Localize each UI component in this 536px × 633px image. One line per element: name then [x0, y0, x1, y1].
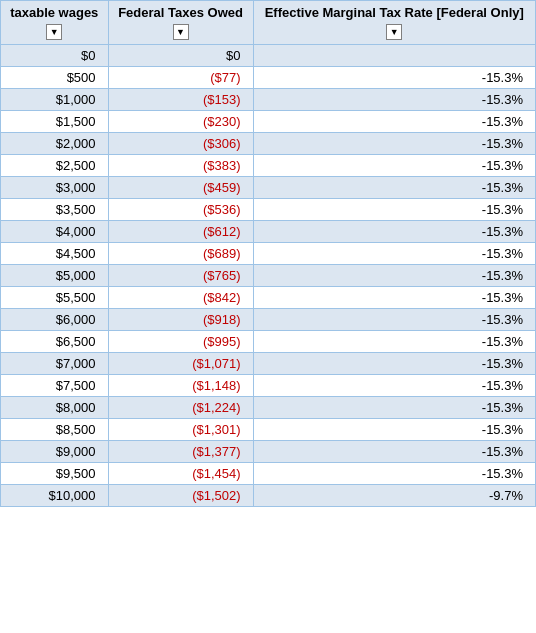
cell-wages: $9,500 [1, 463, 109, 485]
header-taxable-wages-label: taxable wages [10, 5, 98, 20]
cell-taxes: ($765) [108, 265, 253, 287]
cell-taxes: ($77) [108, 67, 253, 89]
cell-wages: $1,000 [1, 89, 109, 111]
table-row: $1,500($230)-15.3% [1, 111, 536, 133]
cell-taxes: ($1,224) [108, 397, 253, 419]
cell-taxes: ($612) [108, 221, 253, 243]
cell-rate: -15.3% [253, 89, 535, 111]
filter-rate-button[interactable]: ▼ [386, 24, 402, 40]
cell-taxes: ($383) [108, 155, 253, 177]
cell-wages: $7,000 [1, 353, 109, 375]
table-row: $9,500($1,454)-15.3% [1, 463, 536, 485]
table-row: $500($77)-15.3% [1, 67, 536, 89]
cell-taxes: ($153) [108, 89, 253, 111]
cell-rate: -15.3% [253, 111, 535, 133]
table-row: $10,000($1,502)-9.7% [1, 485, 536, 507]
cell-taxes: ($1,301) [108, 419, 253, 441]
cell-rate: -15.3% [253, 397, 535, 419]
table-row: $6,500($995)-15.3% [1, 331, 536, 353]
header-federal-taxes-label: Federal Taxes Owed [118, 5, 243, 20]
filter-taxable-wages-button[interactable]: ▼ [46, 24, 62, 40]
cell-taxes: ($918) [108, 309, 253, 331]
table-row: $1,000($153)-15.3% [1, 89, 536, 111]
cell-rate: -9.7% [253, 485, 535, 507]
cell-rate: -15.3% [253, 133, 535, 155]
table-row: $4,000($612)-15.3% [1, 221, 536, 243]
table-row: $7,500($1,148)-15.3% [1, 375, 536, 397]
cell-rate: -15.3% [253, 331, 535, 353]
cell-rate [253, 45, 535, 67]
table-row: $5,500($842)-15.3% [1, 287, 536, 309]
cell-rate: -15.3% [253, 309, 535, 331]
table-row: $2,500($383)-15.3% [1, 155, 536, 177]
cell-wages: $1,500 [1, 111, 109, 133]
cell-taxes: ($536) [108, 199, 253, 221]
header-taxable-wages: taxable wages ▼ [1, 1, 109, 45]
cell-wages: $4,500 [1, 243, 109, 265]
header-effective-marginal-rate: Effective Marginal Tax Rate [Federal Onl… [253, 1, 535, 45]
table-row: $4,500($689)-15.3% [1, 243, 536, 265]
cell-wages: $7,500 [1, 375, 109, 397]
cell-taxes: ($1,454) [108, 463, 253, 485]
cell-wages: $5,500 [1, 287, 109, 309]
cell-wages: $3,500 [1, 199, 109, 221]
cell-taxes: ($842) [108, 287, 253, 309]
cell-rate: -15.3% [253, 441, 535, 463]
table-row: $5,000($765)-15.3% [1, 265, 536, 287]
cell-taxes: ($1,148) [108, 375, 253, 397]
cell-rate: -15.3% [253, 243, 535, 265]
cell-taxes: ($459) [108, 177, 253, 199]
header-rate-label: Effective Marginal Tax Rate [Federal Onl… [265, 5, 524, 20]
table-row: $9,000($1,377)-15.3% [1, 441, 536, 463]
cell-rate: -15.3% [253, 221, 535, 243]
table-row: $7,000($1,071)-15.3% [1, 353, 536, 375]
cell-rate: -15.3% [253, 375, 535, 397]
cell-wages: $2,000 [1, 133, 109, 155]
cell-taxes: ($230) [108, 111, 253, 133]
cell-wages: $8,500 [1, 419, 109, 441]
cell-rate: -15.3% [253, 463, 535, 485]
cell-taxes: ($1,377) [108, 441, 253, 463]
table-row: $8,000($1,224)-15.3% [1, 397, 536, 419]
table-row: $8,500($1,301)-15.3% [1, 419, 536, 441]
table-row: $3,500($536)-15.3% [1, 199, 536, 221]
cell-rate: -15.3% [253, 419, 535, 441]
cell-taxes: $0 [108, 45, 253, 67]
cell-rate: -15.3% [253, 67, 535, 89]
cell-wages: $0 [1, 45, 109, 67]
cell-wages: $5,000 [1, 265, 109, 287]
cell-wages: $2,500 [1, 155, 109, 177]
spreadsheet-table: taxable wages ▼ Federal Taxes Owed ▼ Eff… [0, 0, 536, 507]
table-row: $3,000($459)-15.3% [1, 177, 536, 199]
cell-taxes: ($1,502) [108, 485, 253, 507]
cell-taxes: ($306) [108, 133, 253, 155]
cell-taxes: ($689) [108, 243, 253, 265]
cell-wages: $3,000 [1, 177, 109, 199]
cell-rate: -15.3% [253, 353, 535, 375]
cell-wages: $6,500 [1, 331, 109, 353]
cell-rate: -15.3% [253, 287, 535, 309]
cell-rate: -15.3% [253, 199, 535, 221]
table-row: $6,000($918)-15.3% [1, 309, 536, 331]
table-row: $0$0 [1, 45, 536, 67]
filter-federal-taxes-button[interactable]: ▼ [173, 24, 189, 40]
cell-rate: -15.3% [253, 177, 535, 199]
header-federal-taxes-owed: Federal Taxes Owed ▼ [108, 1, 253, 45]
table-row: $2,000($306)-15.3% [1, 133, 536, 155]
cell-wages: $6,000 [1, 309, 109, 331]
cell-wages: $4,000 [1, 221, 109, 243]
cell-wages: $9,000 [1, 441, 109, 463]
cell-taxes: ($1,071) [108, 353, 253, 375]
cell-rate: -15.3% [253, 265, 535, 287]
cell-taxes: ($995) [108, 331, 253, 353]
cell-wages: $10,000 [1, 485, 109, 507]
cell-rate: -15.3% [253, 155, 535, 177]
cell-wages: $500 [1, 67, 109, 89]
cell-wages: $8,000 [1, 397, 109, 419]
